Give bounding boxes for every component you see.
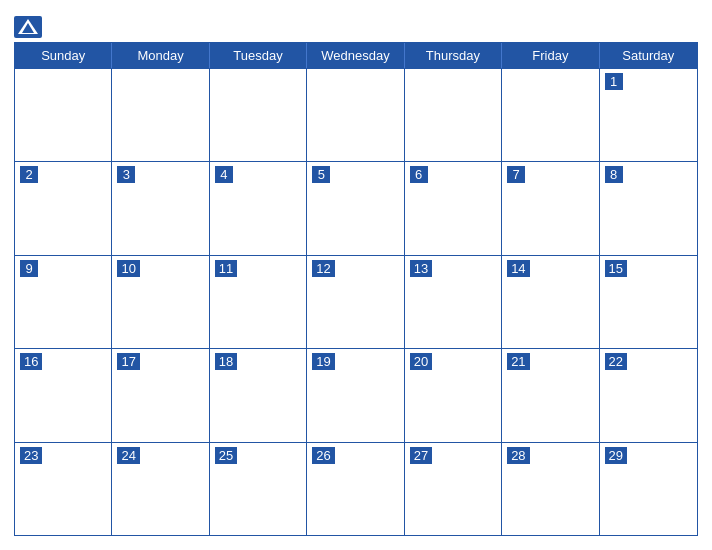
- week-row-2: 9101112131415: [15, 255, 697, 348]
- day-cell-19: 19: [307, 349, 404, 441]
- day-number: 2: [20, 166, 38, 183]
- day-number: 24: [117, 447, 139, 464]
- day-number: 21: [507, 353, 529, 370]
- day-cell-25: 25: [210, 443, 307, 535]
- week-row-0: 1: [15, 68, 697, 161]
- day-cell-9: 9: [15, 256, 112, 348]
- day-cell-10: 10: [112, 256, 209, 348]
- day-number: 17: [117, 353, 139, 370]
- day-cell-16: 16: [15, 349, 112, 441]
- day-number: 3: [117, 166, 135, 183]
- day-number: 9: [20, 260, 38, 277]
- day-number: 8: [605, 166, 623, 183]
- day-cell-empty-0-1: [112, 69, 209, 161]
- day-number: 4: [215, 166, 233, 183]
- day-cell-5: 5: [307, 162, 404, 254]
- day-cell-empty-0-4: [405, 69, 502, 161]
- day-cell-14: 14: [502, 256, 599, 348]
- day-cell-empty-0-0: [15, 69, 112, 161]
- calendar: SundayMondayTuesdayWednesdayThursdayFrid…: [14, 42, 698, 536]
- day-header-wednesday: Wednesday: [307, 43, 404, 68]
- day-cell-21: 21: [502, 349, 599, 441]
- week-row-1: 2345678: [15, 161, 697, 254]
- day-cell-1: 1: [600, 69, 697, 161]
- day-number: 29: [605, 447, 627, 464]
- day-number: 6: [410, 166, 428, 183]
- day-cell-17: 17: [112, 349, 209, 441]
- day-cell-empty-0-3: [307, 69, 404, 161]
- logo-icon: [14, 16, 42, 38]
- day-cell-26: 26: [307, 443, 404, 535]
- day-cell-28: 28: [502, 443, 599, 535]
- day-cell-7: 7: [502, 162, 599, 254]
- day-cell-22: 22: [600, 349, 697, 441]
- week-row-3: 16171819202122: [15, 348, 697, 441]
- day-cell-15: 15: [600, 256, 697, 348]
- day-number: 28: [507, 447, 529, 464]
- day-number: 11: [215, 260, 237, 277]
- day-number: 5: [312, 166, 330, 183]
- day-number: 12: [312, 260, 334, 277]
- day-number: 10: [117, 260, 139, 277]
- day-number: 19: [312, 353, 334, 370]
- day-number: 14: [507, 260, 529, 277]
- day-cell-2: 2: [15, 162, 112, 254]
- day-cell-empty-0-2: [210, 69, 307, 161]
- day-header-monday: Monday: [112, 43, 209, 68]
- day-number: 25: [215, 447, 237, 464]
- day-cell-23: 23: [15, 443, 112, 535]
- logo: [14, 16, 46, 38]
- day-header-sunday: Sunday: [15, 43, 112, 68]
- day-cell-20: 20: [405, 349, 502, 441]
- day-number: 23: [20, 447, 42, 464]
- day-headers-row: SundayMondayTuesdayWednesdayThursdayFrid…: [15, 43, 697, 68]
- day-header-thursday: Thursday: [405, 43, 502, 68]
- day-cell-4: 4: [210, 162, 307, 254]
- calendar-body: 1234567891011121314151617181920212223242…: [15, 68, 697, 535]
- day-cell-12: 12: [307, 256, 404, 348]
- day-number: 15: [605, 260, 627, 277]
- day-number: 26: [312, 447, 334, 464]
- day-cell-11: 11: [210, 256, 307, 348]
- calendar-header: [14, 10, 698, 42]
- day-cell-18: 18: [210, 349, 307, 441]
- day-number: 7: [507, 166, 525, 183]
- day-number: 27: [410, 447, 432, 464]
- day-cell-13: 13: [405, 256, 502, 348]
- day-header-saturday: Saturday: [600, 43, 697, 68]
- day-cell-29: 29: [600, 443, 697, 535]
- day-number: 22: [605, 353, 627, 370]
- day-cell-8: 8: [600, 162, 697, 254]
- day-cell-empty-0-5: [502, 69, 599, 161]
- day-number: 16: [20, 353, 42, 370]
- day-number: 18: [215, 353, 237, 370]
- day-cell-27: 27: [405, 443, 502, 535]
- day-number: 13: [410, 260, 432, 277]
- day-cell-24: 24: [112, 443, 209, 535]
- day-header-tuesday: Tuesday: [210, 43, 307, 68]
- day-number: 20: [410, 353, 432, 370]
- week-row-4: 23242526272829: [15, 442, 697, 535]
- day-number: 1: [605, 73, 623, 90]
- day-header-friday: Friday: [502, 43, 599, 68]
- day-cell-6: 6: [405, 162, 502, 254]
- day-cell-3: 3: [112, 162, 209, 254]
